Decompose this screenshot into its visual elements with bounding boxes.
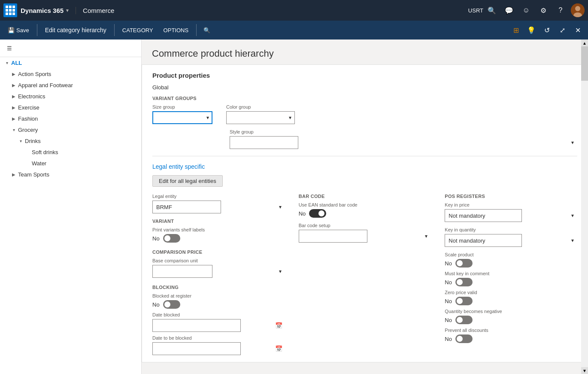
size-group-label: Size group [152, 104, 212, 109]
save-button[interactable]: 💾 Save [3, 25, 33, 35]
legal-entity-specific-label: Legal entity specific [152, 163, 205, 170]
sidebar-item-drinks[interactable]: ▾ Drinks [0, 135, 141, 146]
sidebar-item-fashion[interactable]: ▶ Fashion [0, 113, 141, 124]
sidebar-item-team-sports[interactable]: ▶ Team Sports [0, 169, 141, 180]
command-bar: 💾 Save Edit category hierarchy CATEGORY … [0, 21, 588, 40]
sidebar-item-action-sports[interactable]: ▶ Action Sports [0, 68, 141, 79]
team-sports-label: Team Sports [18, 171, 49, 178]
zero-price-valid-toggle[interactable] [455, 297, 473, 305]
key-in-quantity-select[interactable]: Not mandatory Mandatory Must key in Not … [445, 234, 522, 247]
drinks-label: Drinks [25, 138, 41, 144]
sidebar-item-apparel[interactable]: ▶ Apparel and Footwear [0, 79, 141, 91]
cmd-search[interactable]: 🔍 [203, 27, 210, 33]
three-col-layout: Legal entity BRMF VARIANT Print variants… [152, 194, 577, 355]
legal-entity-field: Legal entity BRMF [152, 194, 285, 213]
expander-exercise: ▶ [10, 104, 17, 111]
print-variants-toggle[interactable] [163, 234, 180, 243]
expand-icon[interactable]: ⤢ [555, 23, 569, 37]
pos-registers-label: POS REGISTERS [445, 194, 577, 199]
blocked-at-register-label: Blocked at register [152, 293, 285, 298]
tab-options[interactable]: OPTIONS [159, 25, 193, 35]
expander-apparel: ▶ [10, 82, 17, 88]
scroll-up-btn[interactable]: ▲ [581, 40, 588, 46]
soft-drinks-label: Soft drinks [32, 149, 58, 155]
sidebar-item-soft-drinks[interactable]: Soft drinks [0, 146, 141, 158]
expander-action-sports: ▶ [10, 70, 17, 77]
date-to-be-blocked-input[interactable] [152, 342, 241, 355]
title-chevron: ▾ [66, 8, 69, 13]
expander-grocery: ▾ [10, 126, 17, 133]
chat-icon[interactable]: 💬 [502, 3, 516, 17]
calendar-icon-1: 📅 [275, 322, 282, 329]
help-icon[interactable]: ? [554, 3, 567, 17]
user-text: USRT [468, 7, 483, 14]
legal-entity-select[interactable]: BRMF [152, 201, 221, 213]
variant-label: VARIANT [152, 219, 285, 224]
variant-groups-label: VARIANT GROUPS [152, 96, 577, 101]
must-key-in-comment-toggle[interactable] [455, 278, 473, 286]
zero-price-valid-value: No [445, 298, 452, 304]
waffle-icon[interactable] [3, 3, 17, 17]
scroll-down-btn[interactable]: ▼ [581, 367, 588, 374]
color-group-label: Color group [226, 104, 295, 109]
prevent-all-discounts-value: No [445, 336, 452, 342]
options-label: OPTIONS [164, 27, 189, 33]
expander-electronics: ▶ [10, 93, 17, 100]
sidebar-item-electronics[interactable]: ▶ Electronics [0, 91, 141, 102]
base-comparison-unit-select[interactable] [152, 265, 212, 278]
size-group-field: Size group [152, 104, 212, 124]
sidebar-item-all[interactable]: ▾ ALL [0, 57, 141, 68]
edit-for-all-entities-button[interactable]: Edit for all legal entities [152, 175, 223, 187]
refresh-icon[interactable]: ↺ [540, 23, 554, 37]
tab-category[interactable]: CATEGORY [118, 25, 158, 35]
app-title[interactable]: Dynamics 365 ▾ [21, 7, 69, 14]
prevent-all-discounts-toggle[interactable] [455, 334, 473, 343]
date-to-be-blocked-field: Date to be blocked 📅 [152, 335, 285, 355]
top-navbar: Dynamics 365 ▾ Commerce USRT 🔍 💬 ☺ ⚙ ? [0, 0, 588, 21]
scale-product-toggle[interactable] [455, 259, 473, 268]
prevent-all-discounts-toggle-row: No [445, 334, 577, 343]
close-icon[interactable]: ✕ [571, 23, 585, 37]
size-group-select[interactable] [152, 111, 212, 124]
dynamics-title: Dynamics 365 [21, 7, 64, 14]
zero-price-valid-label: Zero price valid [445, 290, 577, 295]
office-icon[interactable]: ⊞ [509, 23, 523, 37]
zero-price-valid-toggle-row: No [445, 297, 577, 305]
use-ean-toggle[interactable] [309, 209, 326, 218]
grocery-label: Grocery [18, 127, 38, 133]
electronics-label: Electronics [18, 93, 45, 100]
avatar[interactable] [571, 3, 585, 17]
calendar-icon-2: 📅 [275, 345, 282, 352]
sidebar-item-exercise[interactable]: ▶ Exercise [0, 102, 141, 113]
smiley-icon[interactable]: ☺ [519, 3, 533, 17]
filter-icon[interactable]: ☰ [3, 42, 15, 54]
scale-product-value: No [445, 260, 452, 267]
barcode-setup-select[interactable] [299, 230, 367, 243]
style-group-label: Style group [230, 129, 577, 134]
sidebar-item-water[interactable]: Water [0, 158, 141, 169]
key-in-price-select[interactable]: Not mandatory Mandatory Must key in Not … [445, 209, 522, 222]
product-properties-label: Product properties [152, 72, 577, 79]
prevent-all-discounts-label: Prevent all discounts [445, 328, 577, 333]
search-icon[interactable]: 🔍 [485, 3, 499, 17]
date-blocked-input[interactable] [152, 319, 241, 332]
save-label: Save [16, 27, 29, 33]
expander-fashion: ▶ [10, 115, 17, 122]
print-variants-toggle-row: No [152, 234, 285, 243]
col-2: BAR CODE Use EAN standard bar code No Ba… [299, 194, 431, 355]
settings-icon[interactable]: ⚙ [536, 3, 550, 17]
category-label: CATEGORY [122, 27, 153, 33]
scroll-thumb[interactable] [581, 46, 588, 81]
cmd-separator-3 [196, 24, 197, 36]
quantity-negative-label: Quantity becomes negative [445, 309, 577, 314]
color-group-select[interactable] [226, 111, 295, 124]
svg-point-1 [575, 6, 580, 11]
blocked-at-register-toggle[interactable] [163, 300, 180, 309]
expander-team-sports: ▶ [10, 171, 17, 178]
col-1: Legal entity BRMF VARIANT Print variants… [152, 194, 285, 355]
quantity-negative-toggle[interactable] [455, 316, 473, 324]
bulb-icon[interactable]: 💡 [524, 23, 538, 37]
key-in-price-field: Key in price Not mandatory Mandatory Mus… [445, 202, 577, 222]
style-group-select[interactable] [230, 136, 298, 149]
sidebar-item-grocery[interactable]: ▾ Grocery [0, 124, 141, 135]
